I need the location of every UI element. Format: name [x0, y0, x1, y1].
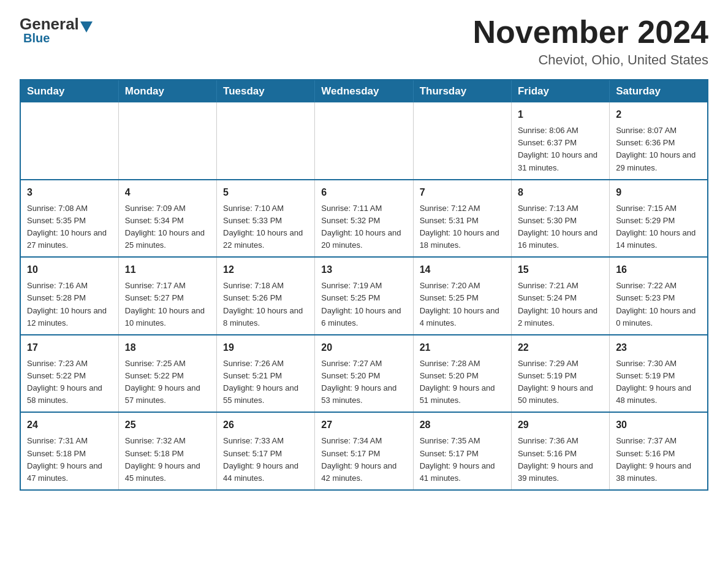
day-number: 25	[125, 418, 210, 432]
calendar-cell: 21Sunrise: 7:28 AM Sunset: 5:20 PM Dayli…	[413, 335, 511, 413]
location-subtitle: Cheviot, Ohio, United States	[473, 52, 708, 68]
day-info: Sunrise: 8:07 AM Sunset: 6:36 PM Dayligh…	[616, 124, 701, 174]
calendar-cell: 1Sunrise: 8:06 AM Sunset: 6:37 PM Daylig…	[511, 102, 609, 180]
calendar-cell: 16Sunrise: 7:22 AM Sunset: 5:23 PM Dayli…	[610, 257, 708, 335]
day-info: Sunrise: 7:22 AM Sunset: 5:23 PM Dayligh…	[616, 280, 701, 329]
day-number: 14	[420, 262, 505, 277]
calendar-week-row: 3Sunrise: 7:08 AM Sunset: 5:35 PM Daylig…	[20, 180, 708, 258]
day-number: 5	[223, 185, 308, 200]
calendar-cell: 29Sunrise: 7:36 AM Sunset: 5:16 PM Dayli…	[511, 412, 609, 490]
col-sunday: Sunday	[20, 80, 118, 102]
day-number: 17	[27, 340, 112, 355]
day-number: 18	[125, 340, 210, 355]
calendar-cell: 23Sunrise: 7:30 AM Sunset: 5:19 PM Dayli…	[610, 335, 708, 413]
calendar-cell	[413, 102, 511, 180]
day-info: Sunrise: 7:09 AM Sunset: 5:34 PM Dayligh…	[125, 202, 210, 252]
col-saturday: Saturday	[610, 80, 708, 102]
day-number: 3	[27, 185, 112, 200]
calendar-cell: 27Sunrise: 7:34 AM Sunset: 5:17 PM Dayli…	[315, 412, 413, 490]
day-number: 10	[27, 262, 112, 277]
day-number: 11	[125, 262, 210, 277]
calendar-cell	[20, 102, 118, 180]
day-number: 20	[321, 340, 406, 355]
calendar-cell: 7Sunrise: 7:12 AM Sunset: 5:31 PM Daylig…	[413, 180, 511, 258]
calendar-week-row: 1Sunrise: 8:06 AM Sunset: 6:37 PM Daylig…	[20, 102, 708, 180]
day-info: Sunrise: 7:23 AM Sunset: 5:22 PM Dayligh…	[27, 358, 112, 407]
day-info: Sunrise: 7:33 AM Sunset: 5:17 PM Dayligh…	[223, 435, 308, 484]
calendar-cell: 25Sunrise: 7:32 AM Sunset: 5:18 PM Dayli…	[118, 412, 216, 490]
day-number: 19	[223, 340, 308, 355]
calendar-cell: 22Sunrise: 7:29 AM Sunset: 5:19 PM Dayli…	[511, 335, 609, 413]
main-title: November 2024	[473, 15, 708, 50]
calendar-cell: 11Sunrise: 7:17 AM Sunset: 5:27 PM Dayli…	[118, 257, 216, 335]
page-header: General Blue November 2024 Cheviot, Ohio…	[20, 15, 708, 68]
col-wednesday: Wednesday	[315, 80, 413, 102]
calendar-cell: 4Sunrise: 7:09 AM Sunset: 5:34 PM Daylig…	[118, 180, 216, 258]
day-number: 13	[321, 262, 406, 277]
calendar-cell: 10Sunrise: 7:16 AM Sunset: 5:28 PM Dayli…	[20, 257, 118, 335]
calendar-cell: 6Sunrise: 7:11 AM Sunset: 5:32 PM Daylig…	[315, 180, 413, 258]
day-number: 23	[616, 340, 701, 355]
calendar-cell: 2Sunrise: 8:07 AM Sunset: 6:36 PM Daylig…	[610, 102, 708, 180]
calendar-cell: 28Sunrise: 7:35 AM Sunset: 5:17 PM Dayli…	[413, 412, 511, 490]
day-number: 21	[420, 340, 505, 355]
calendar-cell: 5Sunrise: 7:10 AM Sunset: 5:33 PM Daylig…	[217, 180, 315, 258]
day-info: Sunrise: 7:18 AM Sunset: 5:26 PM Dayligh…	[223, 280, 308, 329]
day-info: Sunrise: 7:36 AM Sunset: 5:16 PM Dayligh…	[518, 435, 603, 484]
calendar-cell: 3Sunrise: 7:08 AM Sunset: 5:35 PM Daylig…	[20, 180, 118, 258]
day-info: Sunrise: 7:26 AM Sunset: 5:21 PM Dayligh…	[223, 358, 308, 407]
day-info: Sunrise: 7:13 AM Sunset: 5:30 PM Dayligh…	[518, 202, 603, 252]
day-number: 8	[518, 185, 603, 200]
calendar-week-row: 24Sunrise: 7:31 AM Sunset: 5:18 PM Dayli…	[20, 412, 708, 490]
day-number: 2	[616, 107, 701, 122]
day-info: Sunrise: 7:27 AM Sunset: 5:20 PM Dayligh…	[321, 358, 406, 407]
day-number: 7	[420, 185, 505, 200]
day-number: 28	[420, 418, 505, 432]
calendar-cell	[315, 102, 413, 180]
day-number: 6	[321, 185, 406, 200]
day-info: Sunrise: 7:30 AM Sunset: 5:19 PM Dayligh…	[616, 358, 701, 407]
day-info: Sunrise: 7:20 AM Sunset: 5:25 PM Dayligh…	[420, 280, 505, 329]
calendar-header-row: Sunday Monday Tuesday Wednesday Thursday…	[20, 80, 708, 102]
day-info: Sunrise: 7:28 AM Sunset: 5:20 PM Dayligh…	[420, 358, 505, 407]
calendar-cell: 18Sunrise: 7:25 AM Sunset: 5:22 PM Dayli…	[118, 335, 216, 413]
col-thursday: Thursday	[413, 80, 511, 102]
day-number: 15	[518, 262, 603, 277]
day-info: Sunrise: 7:19 AM Sunset: 5:25 PM Dayligh…	[321, 280, 406, 329]
calendar-week-row: 10Sunrise: 7:16 AM Sunset: 5:28 PM Dayli…	[20, 257, 708, 335]
day-number: 4	[125, 185, 210, 200]
day-number: 12	[223, 262, 308, 277]
day-number: 24	[27, 418, 112, 432]
day-info: Sunrise: 7:31 AM Sunset: 5:18 PM Dayligh…	[27, 435, 112, 484]
day-info: Sunrise: 7:35 AM Sunset: 5:17 PM Dayligh…	[420, 435, 505, 484]
calendar-cell: 12Sunrise: 7:18 AM Sunset: 5:26 PM Dayli…	[217, 257, 315, 335]
calendar-cell: 17Sunrise: 7:23 AM Sunset: 5:22 PM Dayli…	[20, 335, 118, 413]
day-info: Sunrise: 7:17 AM Sunset: 5:27 PM Dayligh…	[125, 280, 210, 329]
day-info: Sunrise: 7:37 AM Sunset: 5:16 PM Dayligh…	[616, 435, 701, 484]
day-info: Sunrise: 7:32 AM Sunset: 5:18 PM Dayligh…	[125, 435, 210, 484]
calendar-cell: 26Sunrise: 7:33 AM Sunset: 5:17 PM Dayli…	[217, 412, 315, 490]
calendar-cell	[217, 102, 315, 180]
day-number: 27	[321, 418, 406, 432]
day-info: Sunrise: 7:11 AM Sunset: 5:32 PM Dayligh…	[321, 202, 406, 252]
day-info: Sunrise: 7:34 AM Sunset: 5:17 PM Dayligh…	[321, 435, 406, 484]
day-number: 9	[616, 185, 701, 200]
logo-triangle-icon	[80, 21, 93, 33]
col-monday: Monday	[118, 80, 216, 102]
title-block: November 2024 Cheviot, Ohio, United Stat…	[473, 15, 708, 68]
calendar-cell: 14Sunrise: 7:20 AM Sunset: 5:25 PM Dayli…	[413, 257, 511, 335]
day-number: 1	[518, 107, 603, 122]
calendar-cell: 8Sunrise: 7:13 AM Sunset: 5:30 PM Daylig…	[511, 180, 609, 258]
day-info: Sunrise: 7:21 AM Sunset: 5:24 PM Dayligh…	[518, 280, 603, 329]
col-friday: Friday	[511, 80, 609, 102]
logo: General Blue	[20, 15, 94, 45]
day-info: Sunrise: 7:15 AM Sunset: 5:29 PM Dayligh…	[616, 202, 701, 252]
day-number: 30	[616, 418, 701, 432]
calendar-cell: 9Sunrise: 7:15 AM Sunset: 5:29 PM Daylig…	[610, 180, 708, 258]
day-number: 22	[518, 340, 603, 355]
day-info: Sunrise: 7:10 AM Sunset: 5:33 PM Dayligh…	[223, 202, 308, 252]
day-number: 29	[518, 418, 603, 432]
day-info: Sunrise: 7:08 AM Sunset: 5:35 PM Dayligh…	[27, 202, 112, 252]
calendar-cell: 24Sunrise: 7:31 AM Sunset: 5:18 PM Dayli…	[20, 412, 118, 490]
day-number: 26	[223, 418, 308, 432]
